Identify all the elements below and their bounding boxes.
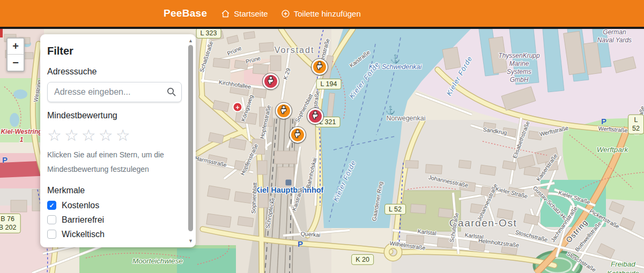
feature-checkbox-barrierefrei[interactable]: Barrierefrei [47,215,181,225]
filter-panel: Filter Adresssuche Mindestbewertung ☆☆☆☆… [40,34,196,247]
road-ref-badge: B 76 B 202 [0,214,20,233]
rating-star-3[interactable]: ☆ [82,126,99,144]
map-label: K 29 [282,67,292,81]
map-label: Hopfenstraße [258,105,272,140]
address-search [47,82,182,102]
map-label: Kieler Straße [495,185,529,200]
feature-checkbox-wickeltisch[interactable]: Wickeltisch [47,230,181,239]
map-label: Kaiserstraße [535,153,559,183]
header-border [0,27,644,29]
map-label: Gaardener Ring [371,181,384,222]
map-label: Schulstraße [448,212,461,242]
map-label: Johannesstraße [476,183,499,222]
nav-item-label: Startseite [234,9,268,18]
map-label: Harmsstraße [194,155,227,169]
feature-label: Wickeltisch [62,230,105,239]
anchor-icon: ⚓ [386,105,396,115]
hospital-icon: + [234,103,242,111]
map-label: Gaarden-Ost [449,217,517,230]
map-label: Werftpark [597,146,628,155]
parking-icon: P [601,117,606,126]
search-button[interactable] [166,87,176,98]
map-label: Ostring [564,218,590,245]
map-label: Kieler Straße [558,189,591,206]
map-label: Kaistraße [291,187,305,212]
rating-star-5[interactable]: ☆ [116,126,133,144]
rating-label: Mindestbewertung [47,111,181,120]
rating-hint: Klicken Sie auf einen Stern, um die Mind… [47,148,181,177]
map-label: Königsweg [240,94,255,123]
map-label: German Naval Yards [597,29,632,44]
map-label: Norwegenkai [387,115,426,123]
filter-title: Filter [47,45,181,57]
map-label: Wilhelmstraße [389,240,426,252]
map-label: Kirchhofallee [218,79,251,90]
map-label: Bothwellstraße [574,220,603,253]
add-circle-icon [281,9,290,18]
road-ref-badge: L 323 [196,29,221,39]
parking-icon: P [2,155,8,164]
search-icon [166,90,176,98]
main-nav: StartseiteToilette hinzufügen [221,9,360,18]
toilet-marker-orange[interactable] [290,127,306,143]
rating-stars: ☆☆☆☆☆ [47,126,181,145]
toilet-marker-orange[interactable] [312,59,328,75]
map-label: Kieler Förde [347,60,382,100]
panel-scrollbar: ▲ ▼ [187,36,194,245]
feature-label: Kostenlos [62,201,99,210]
map-label: Sophienblatt [250,183,258,214]
toilet-icon [293,129,302,141]
checkbox-unchecked-icon [47,215,56,224]
road-ref-badge: K 20 [351,254,374,265]
scrollbar-up-arrow[interactable]: ▲ [187,37,194,44]
toilet-icon [266,75,276,87]
features-label: Merkmale [47,186,181,195]
map-label: Querkai [300,230,321,239]
rating-star-2[interactable]: ☆ [64,126,82,144]
zoom-out-button[interactable]: − [8,55,24,71]
map-label: Johannesstraße [428,174,469,189]
scrollbar-thumb[interactable] [188,45,193,231]
parking-icon: P [298,239,303,248]
address-search-input[interactable] [47,82,182,102]
map-label: Sandkrug [483,126,507,136]
map-label: Pickertstraße [588,208,620,230]
map-label: Werftstraße [598,125,627,134]
rating-star-4[interactable]: ☆ [99,126,116,144]
road-ref-badge: L 194 [316,79,342,89]
map-label: Kieler Förde [331,159,358,203]
map-label: Karlstal [417,228,436,237]
toilet-icon [315,61,324,73]
map-label: Vorstadt [275,45,315,56]
map-label: Stoschstraße [514,229,548,244]
address-search-label: Adresssuche [47,67,181,77]
map-label: Kaistraße [348,49,371,69]
anchor-icon: ⚓ [390,54,401,64]
scrollbar-down-arrow[interactable]: ▼ [187,238,194,244]
map-label: Werftstraße [633,105,644,135]
zoom-in-button[interactable]: + [8,39,24,55]
map-label: Kieler Förde [445,55,474,97]
app-brand[interactable]: PeeBase [164,7,207,19]
map-label: Elisabethstraße [511,120,531,159]
toilet-marker-red[interactable] [263,73,279,89]
map-label: Karlstal [464,231,484,240]
toilet-marker-orange[interactable] [276,103,292,119]
road-ref-badge: L 52 [384,204,406,215]
checkbox-unchecked-icon [47,230,56,239]
toilet-marker-red[interactable] [307,108,323,124]
map-zoom-control: + − [6,37,25,72]
map-label: Kiel-Westring 1 [1,128,42,144]
map-label: Hopfenstraße [239,142,260,176]
map-label: Kiel Hauptbahnhof [255,185,324,195]
nav-item-toilette-hinzufuegen[interactable]: Toilette hinzufügen [281,9,361,18]
map-label: Jachmannstraße [549,205,579,244]
nav-item-startseite[interactable]: Startseite [221,9,268,18]
rating-star-1[interactable]: ☆ [47,126,64,144]
feature-checkbox-kostenlos[interactable]: ✓Kostenlos [47,201,181,210]
map-label: Stoschstraße [565,250,597,273]
home-icon [221,9,230,18]
feature-label: Barrierefrei [62,215,104,225]
map-label: Helmholtzstraße [478,237,519,249]
map-label: Schröpfecke [264,197,276,229]
